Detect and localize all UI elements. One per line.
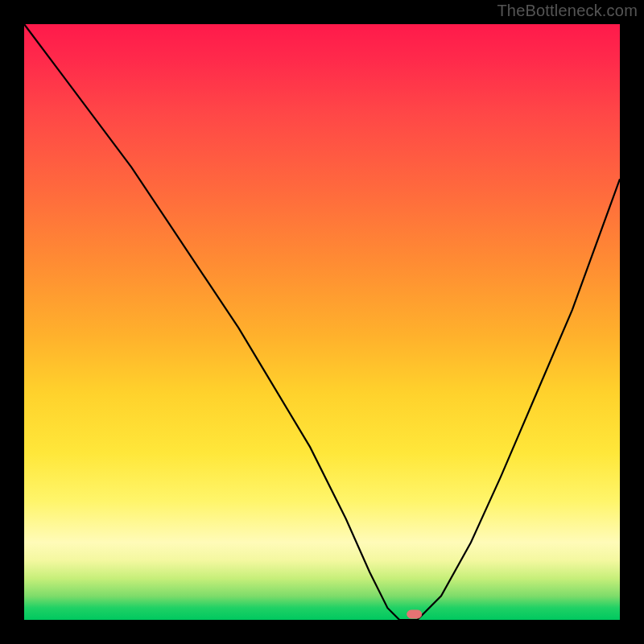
bottleneck-curve	[24, 24, 620, 620]
credit-text: TheBottleneck.com	[497, 2, 638, 20]
curve-svg	[24, 24, 620, 620]
optimal-marker	[407, 610, 422, 618]
chart-frame: TheBottleneck.com	[0, 0, 644, 644]
plot-area	[24, 24, 620, 620]
